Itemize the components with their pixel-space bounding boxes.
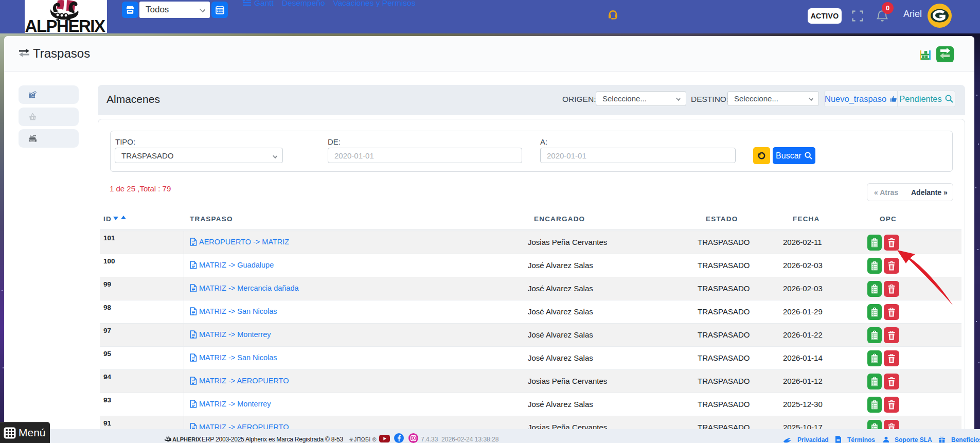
- svg-text:ALPHERIX: ALPHERIX: [25, 16, 105, 33]
